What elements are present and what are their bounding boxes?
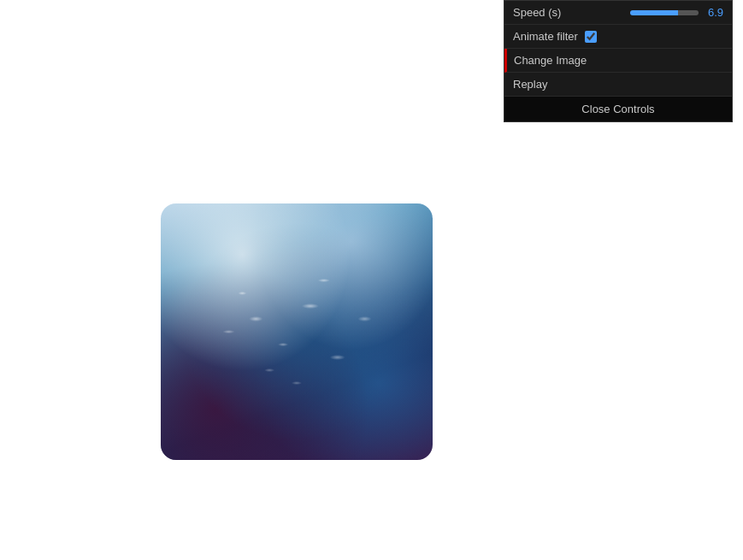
speed-controls: 6.9 <box>630 6 723 19</box>
replay-label: Replay <box>513 78 547 91</box>
animate-filter-label: Animate filter <box>513 30 578 43</box>
image-container <box>161 203 433 460</box>
image-display <box>161 203 433 460</box>
speed-label: Speed (s) <box>513 6 561 19</box>
animate-filter-row: Animate filter <box>504 25 732 49</box>
animate-filter-checkbox[interactable] <box>585 31 597 43</box>
speed-slider[interactable] <box>630 10 699 15</box>
speed-row: Speed (s) 6.9 <box>504 1 732 25</box>
change-image-label: Change Image <box>514 54 587 67</box>
speed-value: 6.9 <box>702 6 723 19</box>
change-image-row[interactable]: Change Image <box>504 49 732 73</box>
close-controls-label: Close Controls <box>581 103 654 115</box>
controls-panel: Speed (s) 6.9 Animate filter Change Imag… <box>504 0 733 122</box>
close-controls-row[interactable]: Close Controls <box>504 97 732 121</box>
replay-row[interactable]: Replay <box>504 73 732 97</box>
